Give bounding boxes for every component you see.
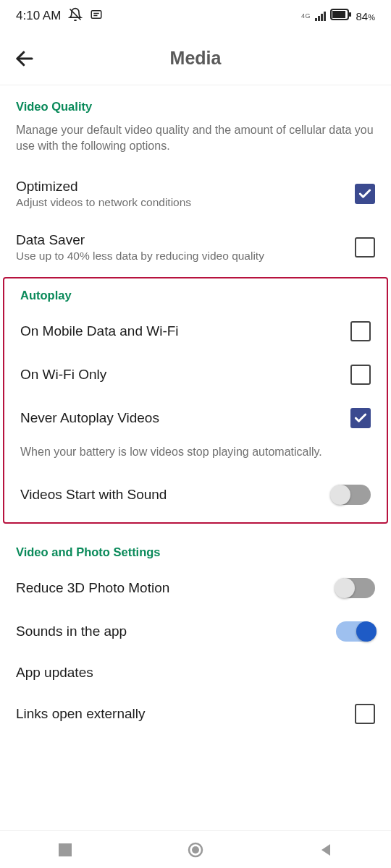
checkbox-autoplay-wifi-only[interactable]	[350, 365, 371, 385]
checkbox-autoplay-never[interactable]	[350, 408, 371, 428]
app-bar: Media	[0, 32, 391, 85]
system-nav-bar	[0, 830, 391, 868]
autoplay-highlight: Autoplay On Mobile Data and Wi-Fi On Wi-…	[3, 277, 388, 524]
section-header-autoplay: Autoplay	[4, 281, 387, 310]
option-title: App updates	[16, 665, 375, 681]
option-subtitle: Adjust videos to network conditions	[16, 196, 343, 209]
option-autoplay-never[interactable]: Never Autoplay Videos	[4, 396, 387, 440]
option-title: Links open externally	[16, 706, 343, 722]
toggle-videos-start-sound[interactable]	[332, 485, 371, 505]
checkbox-links-external[interactable]	[355, 704, 375, 724]
option-title: On Wi-Fi Only	[20, 367, 339, 383]
svg-point-10	[192, 846, 199, 854]
status-bar: 4:10 AM 4G 84%	[0, 0, 391, 32]
option-title: Data Saver	[16, 232, 343, 248]
option-subtitle: Use up to 40% less data by reducing vide…	[16, 250, 343, 263]
checkbox-autoplay-mobile-wifi[interactable]	[350, 321, 371, 341]
option-sounds-in-app[interactable]: Sounds in the app	[0, 610, 391, 653]
svg-rect-8	[59, 843, 72, 856]
option-autoplay-wifi-only[interactable]: On Wi-Fi Only	[4, 353, 387, 396]
mute-icon	[68, 7, 83, 25]
svg-rect-6	[349, 12, 351, 17]
option-title: Never Autoplay Videos	[20, 410, 339, 426]
option-reduce-3d[interactable]: Reduce 3D Photo Motion	[0, 566, 391, 610]
option-data-saver[interactable]: Data Saver Use up to 40% less data by re…	[0, 221, 391, 274]
back-button[interactable]	[10, 44, 39, 73]
toggle-sounds-in-app[interactable]	[336, 621, 375, 642]
section-header-video-photo: Video and Photo Settings	[0, 531, 391, 566]
battery-percent: 84%	[356, 10, 375, 22]
option-title: Videos Start with Sound	[20, 487, 320, 503]
option-autoplay-mobile-wifi[interactable]: On Mobile Data and Wi-Fi	[4, 310, 387, 353]
nav-back-button[interactable]	[313, 837, 339, 863]
nav-recent-button[interactable]	[52, 837, 78, 863]
network-type-label: 4G	[301, 13, 311, 19]
svg-marker-11	[321, 844, 330, 856]
checkbox-optimized[interactable]	[355, 184, 375, 204]
notification-icon	[90, 8, 103, 25]
section-desc-video-quality: Manage your default video quality and th…	[0, 121, 391, 167]
option-app-updates[interactable]: App updates	[0, 653, 391, 692]
svg-rect-5	[332, 11, 345, 18]
page-title: Media	[0, 48, 391, 69]
signal-icon	[315, 11, 326, 21]
option-title: On Mobile Data and Wi-Fi	[20, 323, 339, 339]
status-time: 4:10 AM	[16, 9, 61, 23]
autoplay-battery-note: When your battery is low videos stop pla…	[4, 440, 387, 473]
nav-home-button[interactable]	[182, 837, 209, 863]
checkbox-data-saver[interactable]	[355, 237, 375, 258]
toggle-reduce-3d[interactable]	[336, 578, 375, 598]
option-title: Sounds in the app	[16, 624, 324, 639]
option-videos-start-sound[interactable]: Videos Start with Sound	[4, 473, 387, 516]
option-title: Reduce 3D Photo Motion	[16, 580, 324, 596]
option-links-external[interactable]: Links open externally	[0, 692, 391, 736]
option-title: Optimized	[16, 179, 343, 195]
section-header-video-quality: Video Quality	[0, 85, 391, 121]
option-optimized[interactable]: Optimized Adjust videos to network condi…	[0, 167, 391, 221]
svg-rect-1	[92, 10, 102, 18]
battery-icon	[330, 9, 352, 24]
